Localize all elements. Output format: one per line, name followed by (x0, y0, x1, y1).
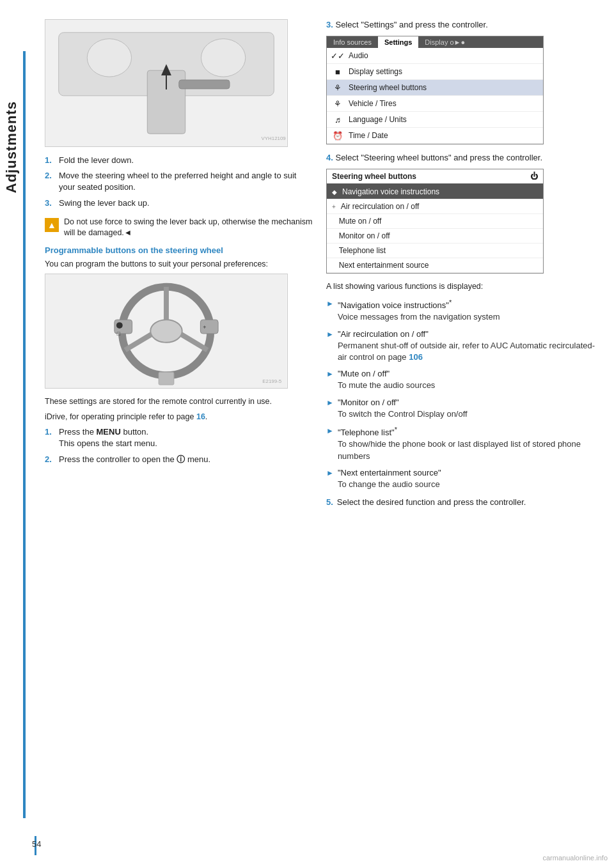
steering-wheel-icon: ⚘ (332, 82, 343, 93)
sw-item-mute[interactable]: Mute on / off (327, 214, 543, 229)
steering-wheel-diagram: □ + E2199-5 (45, 274, 288, 389)
step4-heading: 4. Select "Steering wheel buttons" and p… (326, 152, 601, 164)
sw-item-telephone[interactable]: Telephone list (327, 244, 543, 258)
steering-column-diagram: VYH12109 (45, 19, 288, 147)
svg-point-7 (201, 39, 245, 77)
svg-rect-20 (159, 373, 174, 385)
list-intro: A list showing various functions is disp… (326, 281, 601, 293)
language-icon: ♬ (332, 114, 343, 125)
svg-point-6 (87, 39, 131, 77)
arrow-icon-1: ► (326, 329, 334, 364)
feature-list: ► "Navigation voice instructions"* Voice… (326, 298, 601, 490)
tab-settings[interactable]: Settings (378, 36, 418, 48)
arrow-icon-5: ► (326, 468, 334, 490)
sw-item-air-recirc[interactable]: + Air recirculation on / off (327, 199, 543, 214)
feature-nav-voice: ► "Navigation voice instructions"* Voice… (326, 298, 601, 323)
step-3: 3. Swing the lever back up. (45, 198, 313, 209)
step-1: 1. Fold the lever down. (45, 155, 313, 166)
settings-menu-tab-bar: Info sources Settings Display o►● (327, 36, 543, 48)
feature-mute: ► "Mute on / off" To mute the audio sour… (326, 368, 601, 391)
sub-steps-list: 1. Press the MENU button.This opens the … (45, 426, 313, 465)
warning-box: ▲ Do not use force to swing the lever ba… (45, 217, 313, 239)
menu-item-steering-wheel[interactable]: ⚘ Steering wheel buttons (327, 80, 543, 96)
feature-air-recirc: ► "Air recirculation on / off" Permanent… (326, 329, 601, 364)
right-column: 3. Select "Settings" and press the contr… (326, 19, 601, 508)
left-column: VYH12109 1. Fold the lever down. 2. Move… (45, 19, 313, 508)
svg-text:VYH12109: VYH12109 (262, 136, 287, 141)
sw-buttons-menu-screenshot: Steering wheel buttons ⏻ ◆ Navigation vo… (326, 169, 544, 274)
menu-item-display-settings[interactable]: ■ Display settings (327, 64, 543, 80)
page-number: 54 (32, 839, 41, 849)
settings-menu-screenshot: Info sources Settings Display o►● ✓✓ Aud… (326, 36, 544, 144)
audio-icon: ✓✓ (332, 50, 343, 61)
feature-telephone: ► "Telephone list"* To show/hide the pho… (326, 425, 601, 462)
svg-text:E2199-5: E2199-5 (262, 378, 281, 384)
sidebar-label: Adjustments (0, 51, 23, 243)
sub-step-1: 1. Press the MENU button.This opens the … (45, 426, 313, 449)
sw-menu-icon: ⏻ (530, 172, 538, 181)
section-heading: Programmable buttons on the steering whe… (45, 245, 313, 255)
menu-item-time-date[interactable]: ⏰ Time / Date (327, 128, 543, 144)
idrive-note: iDrive, for operating principle refer to… (45, 412, 313, 423)
sw-item-next-entertainment[interactable]: Next entertainment source (327, 258, 543, 273)
sw-menu-header: Steering wheel buttons ⏻ (327, 169, 543, 185)
watermark: carmanualonline.info (542, 854, 608, 862)
step-2: 2. Move the steering wheel to the prefer… (45, 170, 313, 193)
feature-monitor: ► "Monitor on / off" To switch the Contr… (326, 397, 601, 420)
svg-rect-3 (179, 80, 230, 89)
stored-note: These settings are stored for the remote… (45, 396, 313, 408)
time-icon: ⏰ (332, 130, 343, 141)
warning-text: Do not use force to swing the lever back… (64, 217, 313, 239)
steps-1-3-list: 1. Fold the lever down. 2. Move the stee… (45, 155, 313, 209)
menu-item-vehicle-tires[interactable]: ⚘ Vehicle / Tires (327, 96, 543, 112)
warning-icon: ▲ (45, 218, 59, 232)
tab-display[interactable]: Display o►● (418, 36, 471, 48)
section-intro: You can program the buttons to suit your… (45, 259, 313, 270)
display-icon: ■ (332, 66, 343, 77)
page-link-106[interactable]: 106 (409, 352, 423, 362)
step3-heading: 3. Select "Settings" and press the contr… (326, 19, 601, 31)
sw-item-nav-voice[interactable]: ◆ Navigation voice instructions (327, 185, 543, 199)
svg-text:□: □ (117, 330, 121, 337)
menu-item-audio[interactable]: ✓✓ Audio (327, 48, 543, 64)
sub-step-2: 2. Press the controller to open the ⓘ me… (45, 454, 313, 465)
sw-item-monitor[interactable]: Monitor on / off (327, 229, 543, 244)
menu-item-language[interactable]: ♬ Language / Units (327, 112, 543, 128)
arrow-icon-4: ► (326, 426, 334, 462)
arrow-icon-2: ► (326, 369, 334, 391)
tab-info-sources[interactable]: Info sources (327, 36, 378, 48)
svg-text:+: + (203, 324, 206, 330)
svg-point-14 (150, 320, 182, 343)
arrow-icon-0: ► (326, 298, 334, 323)
svg-point-16 (116, 322, 123, 329)
feature-next-entertainment: ► "Next entertainment source" To change … (326, 467, 601, 490)
arrow-icon-3: ► (326, 398, 334, 420)
left-accent-bar (23, 51, 26, 818)
vehicle-icon: ⚘ (332, 98, 343, 109)
step5: 5. Select the desired function and press… (326, 497, 601, 508)
